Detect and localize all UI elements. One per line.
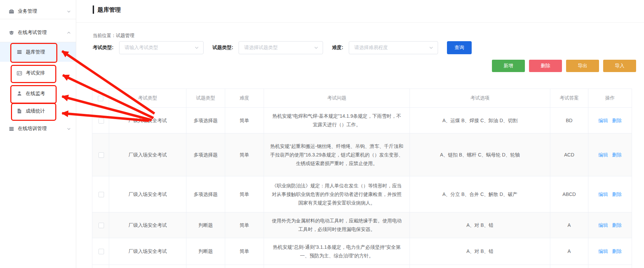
row-select-cell [92, 212, 109, 238]
select-placeholder: 请选择难易程度 [354, 45, 388, 51]
difficulty-cell: 简单 [225, 238, 264, 265]
table-row: 厂级入场安全考试多项选择题简单热机安规“起重和搬运-钢丝绳、纤维绳、吊钩、滑车、… [92, 133, 632, 176]
exam-type-cell: 厂级入场安全考试 [109, 176, 186, 212]
sidebar-item-在线培训管理[interactable]: 在线培训管理 [9, 121, 71, 136]
exam-type-cell: 厂级入场安全考试 [109, 108, 186, 133]
delete-link[interactable]: 删除 [612, 222, 622, 228]
question-table-wrap: 考试类型试题类型难度考试问题考试选项考试答案操作 厂级入场安全考试多项选择题简单… [92, 89, 632, 268]
question-type-cell: 多项选择题 [186, 133, 225, 176]
question-type-cell: 多项选择题 [186, 176, 225, 212]
sidebar-item-在线监考[interactable]: 在线监考 [16, 86, 71, 101]
options-cell: A、链扣 B、螺杆 C、蜗母轮 D、轮轴 [410, 133, 550, 176]
options-cell: A、对 B、错 [410, 212, 550, 238]
action-button-row: 新增删除导出导入 [492, 60, 636, 72]
title-accent-bar [93, 5, 94, 14]
row-select-cell [92, 238, 109, 265]
table-row: 厂级入场安全考试判断题简单使用外壳为金属材料的电动工具时，应戴绝缘手套。使用电动… [92, 212, 632, 238]
options-cell: A、运煤 B、焊接 C、卸油 D、切割 [410, 108, 550, 133]
sidebar-item-label: 成绩统计 [26, 108, 45, 114]
sidebar-item-题库管理[interactable]: 题库管理 [16, 42, 71, 62]
breadcrumb: 当前位置：试题管理 [93, 33, 135, 39]
filter-select-2[interactable]: 请选择试题类型 [239, 41, 323, 54]
sidebar-item-label: 在线考试管理 [18, 30, 47, 36]
operations-cell: 编辑删除 [588, 133, 632, 176]
difficulty-cell: 简单 [225, 133, 264, 176]
query-button[interactable]: 查询 [447, 41, 472, 54]
delete-link[interactable]: 删除 [612, 118, 622, 123]
chevron-down-icon [429, 45, 434, 50]
page-title: 题库管理 [97, 6, 121, 14]
sidebar-item-label: 题库管理 [26, 49, 45, 55]
difficulty-cell: 简单 [225, 108, 264, 133]
sidebar-item-label: 业务管理 [18, 8, 37, 14]
delete-link[interactable]: 删除 [612, 152, 622, 158]
select-all-header-cell [92, 89, 109, 108]
row-checkbox[interactable] [99, 223, 104, 228]
sidebar-item-成绩统计[interactable]: 成绩统计 [16, 103, 71, 119]
question-cell: 热机安规“电焊和气焊-基本规定”14.1.9条规定，下雨雪时，不宜露天进行（）工… [264, 108, 410, 133]
column-header: 考试答案 [550, 89, 588, 108]
sidebar-divider [0, 19, 76, 19]
select-all-checkbox[interactable] [98, 96, 103, 101]
question-table: 考试类型试题类型难度考试问题考试选项考试答案操作 厂级入场安全考试多项选择题简单… [92, 89, 632, 268]
row-checkbox[interactable] [99, 192, 104, 197]
page-header: 题库管理 [93, 5, 121, 14]
sidebar-item-业务管理[interactable]: 业务管理 [9, 4, 71, 19]
delete-button[interactable]: 删除 [529, 60, 562, 72]
id-card-icon [16, 70, 22, 76]
export-button[interactable]: 导出 [566, 60, 599, 72]
column-header: 操作 [588, 89, 632, 108]
filter-select-3[interactable]: 请选择难易程度 [349, 41, 438, 54]
server-icon [9, 126, 14, 132]
sidebar: 业务管理在线考试管理题库管理考试安排在线监考成绩统计在线培训管理 [0, 0, 76, 268]
delete-link[interactable]: 删除 [612, 248, 622, 254]
column-header: 难度 [225, 89, 264, 108]
header-divider [76, 22, 644, 23]
column-header: 试题类型 [186, 89, 225, 108]
column-header: 考试选项 [410, 89, 550, 108]
operations-cell: 编辑删除 [588, 108, 632, 133]
question-type-cell: 判断题 [186, 212, 225, 238]
sidebar-item-label: 在线监考 [26, 91, 45, 97]
row-checkbox[interactable] [99, 249, 104, 254]
sidebar-item-在线考试管理[interactable]: 在线考试管理 [9, 25, 71, 40]
edit-link[interactable]: 编辑 [598, 152, 608, 158]
delete-link[interactable]: 删除 [612, 191, 622, 197]
edit-link[interactable]: 编辑 [598, 248, 608, 254]
operations-cell: 编辑删除 [588, 176, 632, 212]
filter-label: 考试类型: [93, 45, 114, 51]
operations-cell: 编辑删除 [588, 238, 632, 265]
edit-link[interactable]: 编辑 [598, 118, 608, 123]
answer-cell: A [550, 212, 588, 238]
table-row: 厂级入场安全考试多项选择题简单热机安规“电焊和气焊-基本规定”14.1.9条规定… [92, 108, 632, 133]
exam-type-cell: 厂级入场安全考试 [109, 133, 186, 176]
row-checkbox[interactable] [99, 152, 104, 158]
exam-type-cell: 厂级入场安全考试 [109, 212, 186, 238]
answer-cell: A [550, 238, 588, 265]
question-type-cell: 判断题 [186, 238, 225, 265]
sidebar-item-label: 考试安排 [26, 70, 45, 76]
add-button[interactable]: 新增 [492, 60, 525, 72]
answer-cell: BD [550, 108, 588, 133]
edit-link[interactable]: 编辑 [598, 191, 608, 197]
edit-link[interactable]: 编辑 [598, 222, 608, 228]
chevron-down-icon [67, 127, 71, 131]
column-header: 考试问题 [264, 89, 410, 108]
filter-label: 难度: [332, 45, 343, 51]
table-row: 厂级入场安全考试多项选择题简单《职业病防治法》规定：用人单位在发生（）等情形时，… [92, 176, 632, 212]
list-icon [16, 49, 22, 55]
row-checkbox[interactable] [99, 118, 104, 124]
filter-select-1[interactable]: 请输入考试类型 [119, 41, 204, 54]
filter-label: 试题类型: [212, 45, 233, 51]
question-cell: 使用外壳为金属材料的电动工具时，应戴绝缘手套。使用电动工具时，必须同时使用漏电保… [264, 212, 410, 238]
options-cell: A、分立 B、合并 C、解散 D、破产 [410, 176, 550, 212]
chevron-down-icon [194, 45, 199, 50]
import-button[interactable]: 导入 [603, 60, 636, 72]
sidebar-item-考试安排[interactable]: 考试安排 [16, 65, 71, 81]
chevron-down-icon [314, 45, 319, 50]
user-icon [16, 91, 22, 96]
question-type-cell: 多项选择题 [186, 108, 225, 133]
chevron-down-icon [67, 9, 71, 14]
document-icon [16, 108, 22, 114]
question-cell: 热机安规“总则-通则”3.1.1条规定，电力生产必须坚持“安全第一、预防为主、综… [264, 238, 410, 265]
